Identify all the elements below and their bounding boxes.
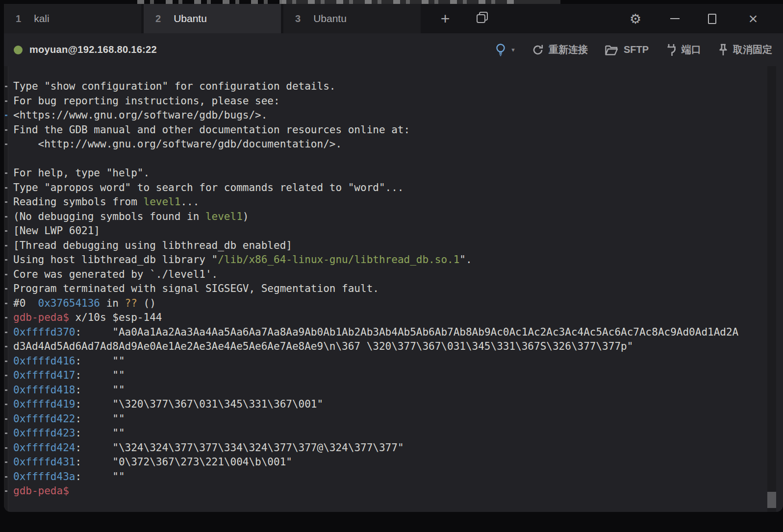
line-marker	[5, 476, 7, 478]
line-marker	[5, 216, 7, 218]
pin-icon	[718, 43, 729, 57]
terminal-line: 0xffffd419: "\320\377\367\031\345\331\36…	[13, 397, 738, 412]
line-marker	[5, 375, 7, 376]
line-marker	[5, 461, 7, 463]
vertical-scrollbar[interactable]	[767, 66, 776, 512]
close-button[interactable]: ×	[735, 4, 771, 33]
tab-ubuntu-3[interactable]: 3 Ubantu	[283, 4, 421, 33]
terminal[interactable]: Type "show configuration" for configurat…	[4, 66, 783, 512]
terminal-line: Program terminated with signal SIGSEGV, …	[13, 282, 738, 296]
sftp-button[interactable]: SFTP	[605, 44, 649, 56]
terminal-line: 0xffffd424: "\324\324\377\377\334\324\37…	[13, 441, 738, 456]
unpin-button[interactable]: 取消固定	[718, 43, 772, 57]
terminal-line: [Thread debugging using libthread_db ena…	[13, 239, 738, 253]
terminal-line: 0xffffd43a: ""	[13, 470, 738, 484]
line-marker	[5, 201, 7, 203]
sftp-label: SFTP	[624, 44, 649, 55]
terminal-line: gdb-peda$	[13, 484, 738, 499]
tab-number: 3	[295, 13, 301, 24]
terminal-line: 0xffffd423: ""	[13, 426, 738, 441]
terminal-line: Using host libthread_db library "/lib/x8…	[13, 253, 738, 267]
line-marker	[5, 100, 7, 102]
plus-icon: +	[441, 10, 450, 28]
tab-label: Ubantu	[174, 13, 207, 24]
terminal-line: gdb-peda$ x/10s $esp-144	[13, 311, 738, 325]
terminal-output: Type "show configuration" for configurat…	[13, 79, 738, 499]
connection-actions: ▾ 重新连接 SFTP	[494, 33, 772, 66]
terminal-line: Type "apropos word" to search for comman…	[13, 181, 738, 195]
terminal-line: Find the GDB manual and other documentat…	[13, 123, 738, 138]
line-marker	[5, 404, 7, 405]
tab-label: Ubantu	[313, 13, 347, 24]
terminal-line: Core was generated by `./level1'.	[13, 267, 738, 282]
tab-number: 2	[155, 13, 161, 24]
terminal-line: Type "show configuration" for configurat…	[13, 79, 738, 94]
line-marker	[5, 172, 7, 174]
reconnect-label: 重新连接	[549, 43, 588, 56]
app-window: 1 kali 2 Ubantu 3 Ubantu + ⚙	[4, 4, 783, 512]
terminal-line: <http://www.gnu.org/software/gdb/documen…	[13, 137, 738, 152]
terminal-line: 0xffffd431: "0\372\367\273\221\004\b\001…	[13, 455, 738, 470]
hints-button[interactable]: ▾	[494, 43, 515, 57]
minimize-icon	[670, 18, 680, 19]
connection-host: moyuan@192.168.80.16:22	[29, 44, 157, 55]
close-icon: ×	[749, 10, 758, 28]
terminal-line: [New LWP 6021]	[13, 224, 738, 239]
terminal-line: 0xffffd417: ""	[13, 368, 738, 383]
line-marker	[5, 274, 7, 275]
plug-icon	[665, 43, 677, 57]
reconnect-button[interactable]: 重新连接	[531, 43, 588, 56]
terminal-line: (No debugging symbols found in level1)	[13, 210, 738, 224]
tab-bar: 1 kali 2 Ubantu 3 Ubantu + ⚙	[4, 4, 783, 33]
chevron-down-icon: ▾	[511, 46, 515, 53]
line-marker	[5, 187, 7, 189]
terminal-line: 0xffffd416: ""	[13, 354, 738, 369]
line-marker	[5, 317, 7, 318]
tab-number: 1	[16, 13, 21, 24]
port-button[interactable]: 端口	[665, 43, 701, 57]
line-marker	[5, 490, 7, 492]
terminal-line: For bug reporting instructions, please s…	[13, 94, 738, 109]
gear-icon: ⚙	[630, 11, 641, 26]
lightbulb-icon	[494, 43, 507, 57]
port-label: 端口	[682, 43, 701, 56]
minimize-button[interactable]	[659, 4, 690, 33]
folder-icon	[605, 44, 619, 56]
line-marker	[5, 115, 7, 116]
line-marker	[5, 288, 7, 290]
line-marker	[5, 346, 7, 347]
line-marker	[5, 389, 7, 391]
tab-label: kali	[34, 13, 50, 24]
line-marker	[5, 361, 7, 362]
tab-list-button[interactable]	[467, 4, 498, 33]
terminal-line-marker-bar[interactable]	[4, 66, 8, 512]
line-marker	[5, 86, 7, 87]
terminal-line: <https://www.gnu.org/software/gdb/bugs/>…	[13, 108, 738, 123]
new-tab-button[interactable]: +	[429, 4, 461, 33]
terminal-line: 0xffffd370: "Aa0Aa1Aa2Aa3Aa4Aa5Aa6Aa7Aa8…	[13, 325, 738, 340]
maximize-icon	[708, 14, 716, 24]
terminal-line: #0 0x37654136 in ?? ()	[13, 296, 738, 311]
terminal-line: 0xffffd418: ""	[13, 383, 738, 398]
terminal-line: Reading symbols from level1...	[13, 195, 738, 210]
line-marker	[5, 433, 7, 434]
scrollbar-thumb[interactable]	[767, 492, 776, 508]
line-marker	[5, 230, 7, 232]
line-marker	[5, 332, 7, 333]
tab-ubuntu-2[interactable]: 2 Ubantu	[144, 4, 281, 33]
line-marker	[5, 418, 7, 420]
connection-bar: moyuan@192.168.80.16:22 ▾	[4, 33, 783, 66]
line-marker	[5, 303, 7, 304]
line-marker	[5, 245, 7, 246]
settings-button[interactable]: ⚙	[621, 4, 650, 33]
unpin-label: 取消固定	[733, 43, 772, 56]
line-marker	[5, 129, 7, 131]
tab-kali[interactable]: 1 kali	[4, 4, 141, 33]
line-marker	[5, 447, 7, 449]
terminal-line	[13, 152, 738, 167]
line-marker	[5, 259, 7, 261]
maximize-button[interactable]	[696, 4, 728, 33]
windows-stack-icon	[475, 10, 490, 27]
line-marker	[5, 144, 7, 145]
connection-status-dot	[14, 46, 23, 54]
